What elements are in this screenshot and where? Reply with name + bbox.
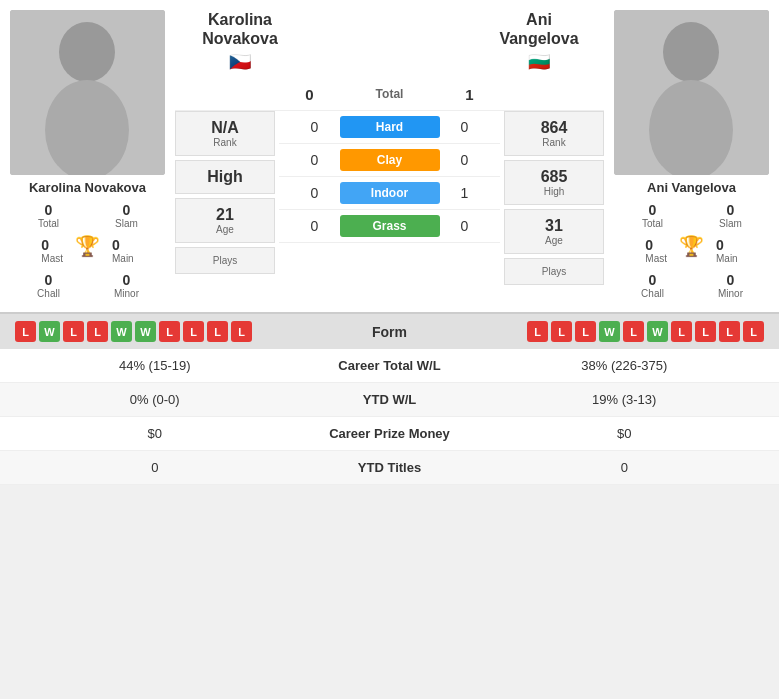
center-body: N/A Rank High 21 Age Plays (175, 111, 604, 285)
left-high-cell: High (175, 160, 275, 194)
left-chall-stat: 0 Chall (10, 269, 87, 302)
right-chall-stat: 0 Chall (614, 269, 691, 302)
win-badge: W (599, 321, 620, 342)
left-slam-stat: 0 Slam (88, 199, 165, 232)
loss-badge: L (527, 321, 548, 342)
clay-row: 0 Clay 0 (279, 144, 500, 177)
loss-badge: L (183, 321, 204, 342)
svg-point-4 (663, 22, 719, 82)
right-plays-label: Plays (509, 266, 599, 277)
total-right-score: 1 (440, 86, 500, 103)
right-main-stat: 0 Main (714, 234, 740, 267)
left-player-photo (10, 10, 165, 175)
right-flag: 🇧🇬 (474, 51, 604, 73)
right-trophy-icon: 🏆 (679, 234, 704, 267)
indoor-right-score: 1 (440, 185, 490, 201)
stat-label-2: Career Prize Money (295, 426, 485, 441)
hard-button[interactable]: Hard (340, 116, 440, 138)
loss-badge: L (623, 321, 644, 342)
loss-badge: L (551, 321, 572, 342)
stat-row-2: $0 Career Prize Money $0 (0, 417, 779, 451)
stat-left-2: $0 (15, 426, 295, 441)
right-age-cell: 31 Age (504, 209, 604, 254)
stat-label-0: Career Total W/L (295, 358, 485, 373)
left-minor-value: 0 (90, 272, 163, 288)
stat-row-1: 0% (0-0) YTD W/L 19% (3-13) (0, 383, 779, 417)
right-age-label: Age (509, 235, 599, 246)
loss-badge: L (575, 321, 596, 342)
right-chall-value: 0 (616, 272, 689, 288)
left-header-name: KarolinaNovakova (175, 10, 305, 48)
stat-right-3: 0 (485, 460, 765, 475)
loss-badge: L (207, 321, 228, 342)
right-rank-value: 864 (509, 119, 599, 137)
right-high-cell: 685 High (504, 160, 604, 205)
right-minor-label: Minor (694, 288, 767, 299)
stat-right-2: $0 (485, 426, 765, 441)
left-minor-label: Minor (90, 288, 163, 299)
right-rank-cell: 864 Rank (504, 111, 604, 156)
indoor-button[interactable]: Indoor (340, 182, 440, 204)
left-slam-label: Slam (90, 218, 163, 229)
right-total-stat: 0 Total (614, 199, 691, 232)
right-high-value: 685 (509, 168, 599, 186)
right-player-name: Ani Vangelova (647, 180, 736, 195)
loss-badge: L (671, 321, 692, 342)
grass-button[interactable]: Grass (340, 215, 440, 237)
left-trophy-row: 0 Mast 🏆 0 Main (10, 234, 165, 267)
left-main-stat: 0 Main (110, 234, 136, 267)
stat-row-3: 0 YTD Titles 0 (0, 451, 779, 485)
stat-label-1: YTD W/L (295, 392, 485, 407)
center-column: KarolinaNovakova 🇨🇿 AniVangelova 🇧🇬 0 To… (175, 10, 604, 302)
right-mast-value: 0 (645, 237, 667, 253)
total-surface-row: 0 Total 1 (175, 78, 604, 111)
left-plays-label: Plays (180, 255, 270, 266)
hard-row: 0 Hard 0 (279, 111, 500, 144)
right-header-name: AniVangelova (474, 10, 604, 48)
right-age-value: 31 (509, 217, 599, 235)
left-player-column: Karolina Novakova 0 Total 0 Slam 0 Mast … (5, 10, 170, 302)
loss-badge: L (719, 321, 740, 342)
right-player-photo (614, 10, 769, 175)
right-player-stats: 0 Total 0 Slam (614, 199, 769, 232)
right-plays-cell: Plays (504, 258, 604, 285)
left-player-name: Karolina Novakova (29, 180, 146, 195)
right-slam-stat: 0 Slam (692, 199, 769, 232)
left-flag: 🇨🇿 (175, 51, 305, 73)
clay-button[interactable]: Clay (340, 149, 440, 171)
left-age-cell: 21 Age (175, 198, 275, 243)
indoor-left-score: 0 (290, 185, 340, 201)
right-minor-stat: 0 Minor (692, 269, 769, 302)
left-mast-stat: 0 Mast (39, 234, 65, 267)
right-mast-stat: 0 Mast (643, 234, 669, 267)
win-badge: W (111, 321, 132, 342)
right-slam-label: Slam (694, 218, 767, 229)
left-player-stats: 0 Total 0 Slam (10, 199, 165, 232)
right-player-column: Ani Vangelova 0 Total 0 Slam 0 Mast 🏆 (609, 10, 774, 302)
left-trophy-icon: 🏆 (75, 234, 100, 267)
right-mast-label: Mast (645, 253, 667, 264)
stat-right-1: 19% (3-13) (485, 392, 765, 407)
loss-badge: L (695, 321, 716, 342)
left-high-value: High (180, 168, 270, 186)
left-bottom-stats: 0 Chall 0 Minor (10, 269, 165, 302)
loss-badge: L (15, 321, 36, 342)
left-main-label: Main (112, 253, 134, 264)
hard-left-score: 0 (290, 119, 340, 135)
right-main-label: Main (716, 253, 738, 264)
right-main-value: 0 (716, 237, 738, 253)
left-info-col: N/A Rank High 21 Age Plays (175, 111, 275, 285)
left-mast-label: Mast (41, 253, 63, 264)
left-total-value: 0 (12, 202, 85, 218)
loss-badge: L (63, 321, 84, 342)
loss-badge: L (87, 321, 108, 342)
stat-label-3: YTD Titles (295, 460, 485, 475)
loss-badge: L (743, 321, 764, 342)
win-badge: W (135, 321, 156, 342)
right-player-silhouette (614, 10, 769, 175)
win-badge: W (647, 321, 668, 342)
bottom-stats: 44% (15-19) Career Total W/L 38% (226-37… (0, 349, 779, 485)
left-rank-label: Rank (180, 137, 270, 148)
grass-right-score: 0 (440, 218, 490, 234)
left-plays-cell: Plays (175, 247, 275, 274)
